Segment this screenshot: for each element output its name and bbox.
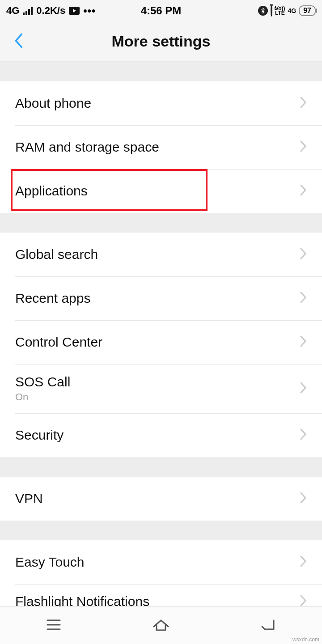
network-type-label: 4G	[6, 5, 19, 17]
menu-icon	[44, 617, 64, 633]
volte-icon: Vo)) LTE	[275, 6, 285, 15]
item-label: Recent apps	[15, 291, 90, 306]
media-icon	[69, 7, 80, 15]
item-label: Control Center	[15, 335, 102, 350]
chevron-right-icon	[300, 96, 307, 110]
chevron-left-icon	[13, 32, 23, 49]
chevron-right-icon	[300, 335, 307, 349]
status-right: Vo)) LTE 4G 97	[258, 5, 316, 16]
chevron-right-icon	[300, 381, 307, 396]
section-divider	[0, 213, 322, 233]
home-icon	[151, 617, 171, 633]
back-nav-button[interactable]	[258, 617, 278, 635]
item-global-search[interactable]: Global search	[0, 233, 322, 276]
data-rate-label: 0.2K/s	[36, 5, 65, 17]
section-divider	[0, 457, 322, 477]
item-label: RAM and storage space	[15, 140, 159, 155]
system-nav-bar	[0, 606, 322, 644]
back-button[interactable]	[0, 32, 37, 51]
item-easy-touch[interactable]: Easy Touch	[0, 540, 322, 584]
item-label: About phone	[15, 96, 91, 111]
item-control-center[interactable]: Control Center	[0, 320, 322, 364]
bluetooth-icon	[258, 6, 268, 16]
item-label: Global search	[15, 247, 98, 262]
clock-label: 4:56 PM	[141, 4, 182, 17]
settings-group-3: VPN	[0, 477, 322, 521]
home-button[interactable]	[151, 617, 171, 635]
item-label: Easy Touch	[15, 555, 85, 570]
chevron-right-icon	[300, 428, 307, 442]
item-security[interactable]: Security	[0, 413, 322, 457]
network-indicator-icon: 4G	[288, 7, 297, 14]
recents-button[interactable]	[44, 617, 64, 635]
item-label: Security	[15, 428, 64, 443]
settings-group-1: About phone RAM and storage space Applic…	[0, 81, 322, 213]
item-vpn[interactable]: VPN	[0, 477, 322, 521]
page-title: More settings	[111, 33, 210, 50]
app-header: More settings	[0, 21, 322, 62]
chevron-right-icon	[300, 184, 307, 198]
item-ram-storage[interactable]: RAM and storage space	[0, 125, 322, 169]
item-recent-apps[interactable]: Recent apps	[0, 276, 322, 320]
watermark: wsxdn.com	[292, 636, 319, 643]
item-sublabel: On	[15, 391, 70, 403]
battery-icon: 97	[299, 5, 316, 16]
status-left: 4G 0.2K/s •••	[6, 5, 96, 17]
item-sos-call[interactable]: SOS Call On	[0, 364, 322, 413]
item-applications[interactable]: Applications	[0, 169, 322, 213]
signal-icon	[23, 6, 33, 15]
section-divider	[0, 521, 322, 540]
chevron-right-icon	[300, 247, 307, 262]
item-label: VPN	[15, 491, 43, 506]
status-bar: 4G 0.2K/s ••• 4:56 PM Vo)) LTE 4G 97	[0, 0, 322, 21]
section-divider	[0, 62, 322, 81]
item-label: Applications	[15, 183, 88, 199]
chevron-right-icon	[300, 491, 307, 506]
back-icon	[258, 617, 278, 633]
chevron-right-icon	[300, 140, 307, 154]
alarm-icon	[271, 6, 272, 16]
chevron-right-icon	[300, 555, 307, 569]
chevron-right-icon	[300, 291, 307, 305]
item-label: SOS Call	[15, 374, 70, 390]
item-about-phone[interactable]: About phone	[0, 81, 322, 125]
settings-group-2: Global search Recent apps Control Center…	[0, 233, 322, 457]
